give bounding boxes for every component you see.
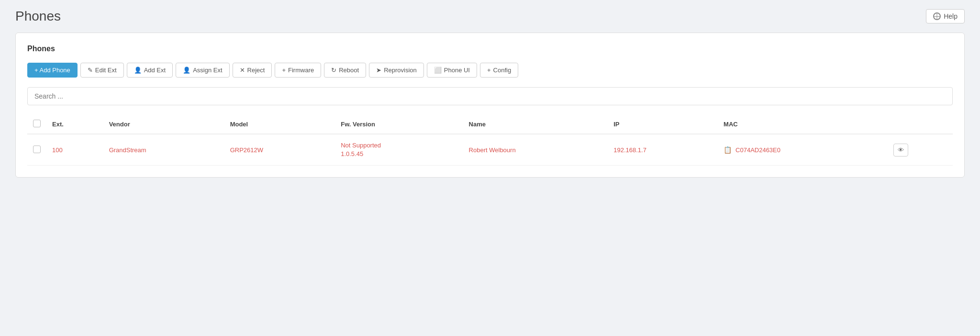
mac-value: C074AD2463E0 — [735, 146, 780, 154]
row-ext: 100 — [46, 134, 103, 166]
help-button[interactable]: Help — [926, 9, 965, 23]
add-ext-button[interactable]: 👤 Add Ext — [127, 63, 173, 78]
edit-ext-button[interactable]: ✎ Edit Ext — [80, 63, 124, 78]
col-mac: MAC — [718, 115, 888, 134]
row-vendor: GrandStream — [103, 134, 224, 166]
card-title: Phones — [27, 45, 953, 53]
phones-card: Phones + Add Phone ✎ Edit Ext 👤 Add Ext … — [15, 33, 965, 178]
row-fw-version: Not Supported1.0.5.45 — [335, 134, 463, 166]
monitor-icon: ⬜ — [434, 67, 442, 74]
table-header-row: Ext. Vendor Model Fw. Version Name IP MA… — [27, 115, 953, 134]
toolbar: + Add Phone ✎ Edit Ext 👤 Add Ext 👤 Assig… — [27, 63, 953, 78]
row-name: Robert Welbourn — [463, 134, 608, 166]
col-ip: IP — [608, 115, 718, 134]
config-button[interactable]: + Config — [480, 63, 518, 78]
reprovision-button[interactable]: ➤ Reprovision — [369, 63, 424, 78]
row-model: GRP2612W — [224, 134, 335, 166]
eye-icon: 👁 — [898, 146, 904, 154]
add-phone-button[interactable]: + Add Phone — [27, 63, 78, 78]
view-button[interactable]: 👁 — [893, 144, 908, 157]
col-ext: Ext. — [46, 115, 103, 134]
x-icon: ✕ — [240, 67, 245, 74]
plus-firmware-icon: + — [282, 67, 286, 74]
globe-icon — [933, 12, 941, 20]
col-name: Name — [463, 115, 608, 134]
phone-ui-button[interactable]: ⬜ Phone UI — [427, 63, 477, 78]
row-view-cell: 👁 — [888, 134, 953, 166]
search-input[interactable] — [27, 87, 953, 105]
copy-icon[interactable]: 📋 — [724, 146, 732, 154]
row-mac: 📋 C074AD2463E0 — [718, 134, 888, 166]
person-assign-icon: 👤 — [183, 67, 190, 74]
person-add-icon: 👤 — [134, 67, 142, 74]
plus-config-icon: + — [487, 67, 491, 74]
col-model: Model — [224, 115, 335, 134]
reboot-button[interactable]: ↻ Reboot — [324, 63, 366, 78]
pencil-icon: ✎ — [88, 67, 93, 74]
col-vendor: Vendor — [103, 115, 224, 134]
table-row: 100 GrandStream GRP2612W Not Supported1.… — [27, 134, 953, 166]
assign-ext-button[interactable]: 👤 Assign Ext — [176, 63, 229, 78]
refresh-icon: ↻ — [331, 67, 336, 74]
select-all-checkbox[interactable] — [33, 120, 41, 127]
row-checkbox[interactable] — [33, 146, 41, 153]
row-ip: 192.168.1.7 — [608, 134, 718, 166]
reject-button[interactable]: ✕ Reject — [233, 63, 272, 78]
arrow-icon: ➤ — [376, 67, 381, 74]
col-fw-version: Fw. Version — [335, 115, 463, 134]
row-checkbox-cell — [27, 134, 46, 166]
page-title: Phones — [15, 9, 61, 24]
col-checkbox — [27, 115, 46, 134]
col-actions — [888, 115, 953, 134]
firmware-button[interactable]: + Firmware — [275, 63, 321, 78]
phones-table: Ext. Vendor Model Fw. Version Name IP MA… — [27, 115, 953, 166]
